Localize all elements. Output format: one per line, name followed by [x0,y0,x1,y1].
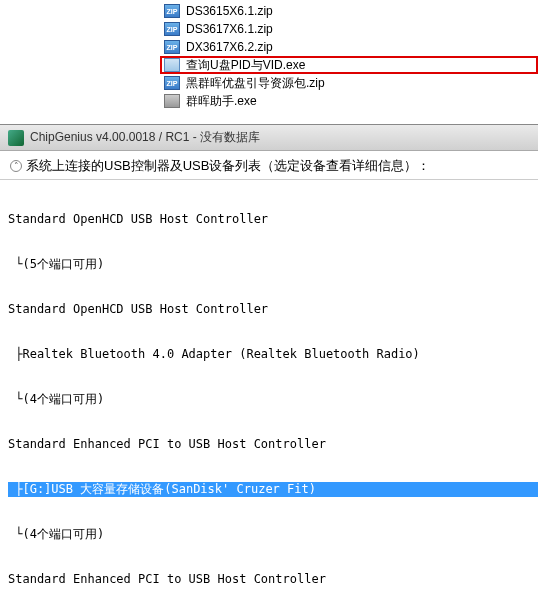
zip-archive-icon: ZIP [164,76,180,90]
app-window: ChipGenius v4.00.0018 / RC1 - 没有数据库 ˄ 系统… [0,124,538,592]
tree-node[interactable]: Standard OpenHCD USB Host Controller [8,302,530,317]
tree-node[interactable]: ├Realtek Bluetooth 4.0 Adapter (Realtek … [8,347,530,362]
file-list: ZIP DS3615X6.1.zip ZIP DS3617X6.1.zip ZI… [0,0,538,120]
file-name: DS3617X6.1.zip [186,22,273,36]
window-title: ChipGenius v4.00.0018 / RC1 - 没有数据库 [30,129,260,146]
section-header-devices: ˄ 系统上连接的USB控制器及USB设备列表（选定设备查看详细信息）： [0,151,538,180]
file-item[interactable]: ZIP DS3615X6.1.zip [160,2,538,20]
tree-node[interactable]: └(4个端口可用) [8,392,530,407]
tree-node-selected[interactable]: ├[G:]USB 大容量存储设备(SanDisk' Cruzer Fit) [8,482,538,497]
device-tree: Standard OpenHCD USB Host Controller └(5… [0,180,538,592]
title-bar[interactable]: ChipGenius v4.00.0018 / RC1 - 没有数据库 [0,125,538,151]
file-item[interactable]: ZIP DX3617X6.2.zip [160,38,538,56]
tree-node[interactable]: └(5个端口可用) [8,257,530,272]
file-item[interactable]: ZIP DS3617X6.1.zip [160,20,538,38]
file-name: 黑群晖优盘引导资源包.zip [186,75,325,92]
file-name: DX3617X6.2.zip [186,40,273,54]
zip-archive-icon: ZIP [164,22,180,36]
app-icon [8,130,24,146]
file-item[interactable]: 群晖助手.exe [160,92,538,110]
section-label: 系统上连接的USB控制器及USB设备列表（选定设备查看详细信息）： [26,157,430,175]
file-item-highlighted[interactable]: 查询U盘PID与VID.exe [160,56,538,74]
collapse-icon[interactable]: ˄ [10,160,22,172]
tree-node[interactable]: Standard OpenHCD USB Host Controller [8,212,530,227]
zip-archive-icon: ZIP [164,4,180,18]
zip-archive-icon: ZIP [164,40,180,54]
tree-node[interactable]: └(4个端口可用) [8,527,530,542]
file-name: DS3615X6.1.zip [186,4,273,18]
file-name: 群晖助手.exe [186,93,257,110]
file-name: 查询U盘PID与VID.exe [186,57,305,74]
application-icon [164,58,180,72]
file-item[interactable]: ZIP 黑群晖优盘引导资源包.zip [160,74,538,92]
tree-node[interactable]: Standard Enhanced PCI to USB Host Contro… [8,572,530,587]
application-icon [164,94,180,108]
tree-node[interactable]: Standard Enhanced PCI to USB Host Contro… [8,437,530,452]
